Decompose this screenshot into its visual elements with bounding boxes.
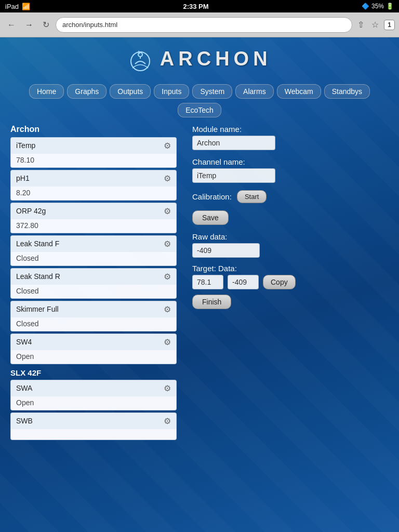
status-bar-time: 2:33 PM (183, 3, 208, 10)
sensor-swb-gear[interactable]: ⚙ (164, 416, 171, 426)
sensor-orp-gear[interactable]: ⚙ (164, 206, 171, 216)
finish-button[interactable]: Finish (192, 295, 231, 309)
raw-data-input[interactable] (192, 243, 260, 258)
sensor-itemp-name: iTemp (16, 141, 35, 150)
nav-bar-secondary: EcoTech (0, 103, 399, 125)
sensor-skimmer-gear[interactable]: ⚙ (164, 304, 171, 314)
forward-button[interactable]: → (22, 18, 36, 32)
nav-bar-main: Home Graphs Outputs Inputs System Alarms… (0, 84, 399, 103)
module-name-label: Module name: (192, 125, 389, 134)
module-name-input[interactable] (192, 136, 275, 150)
tab-count[interactable]: 1 (384, 20, 395, 30)
sensor-itemp-value: 78.10 (11, 154, 176, 167)
channel-name-label: Channel name: (192, 157, 389, 166)
sensor-ph1-name: pH1 (16, 174, 30, 182)
data-input[interactable] (228, 275, 259, 289)
module-slx-title: SLX 42F (10, 368, 177, 377)
sensor-leak-f: Leak Stand F ⚙ Closed (10, 235, 177, 266)
raw-data-label: Raw data: (192, 232, 389, 241)
target-data-section: Target: Data: Copy (192, 264, 389, 289)
sensor-ph1-header: pH1 ⚙ (11, 170, 176, 187)
raw-data-section: Raw data: (192, 232, 389, 258)
sensor-swa-header: SWA ⚙ (11, 380, 176, 396)
channel-name-row: Channel name: (192, 157, 389, 183)
sensor-sw4: SW4 ⚙ Open (10, 334, 177, 364)
sensor-leak-r-header: Leak Stand R ⚙ (11, 269, 176, 285)
reload-button[interactable]: ↻ (39, 18, 52, 32)
sensor-ph1-gear[interactable]: ⚙ (164, 174, 171, 183)
sensor-sw4-header: SW4 ⚙ (11, 334, 176, 350)
sensor-orp-header: ORP 42g ⚙ (11, 203, 176, 219)
status-bar-right: 🔷 35% 🔋 (362, 3, 394, 10)
sensor-sw4-value: Open (11, 350, 176, 364)
battery-label: 35% (371, 3, 384, 10)
nav-outputs[interactable]: Outputs (110, 84, 151, 99)
sensor-swb-value (11, 429, 176, 440)
sensor-swb-header: SWB ⚙ (11, 413, 176, 429)
sensor-skimmer-value: Closed (11, 317, 176, 331)
nav-home[interactable]: Home (29, 84, 64, 99)
logo-text: ARCHON (160, 48, 272, 70)
nav-alarms[interactable]: Alarms (235, 84, 274, 99)
sensor-swa-gear[interactable]: ⚙ (164, 383, 171, 393)
target-data-label: Target: Data: (192, 264, 389, 273)
nav-system[interactable]: System (192, 84, 232, 99)
address-bar[interactable] (56, 17, 352, 33)
battery-icon: 🔋 (386, 3, 394, 10)
sensor-leak-f-name: Leak Stand F (16, 240, 59, 248)
sensor-swa-value: Open (11, 396, 176, 410)
nav-ecotech[interactable]: EcoTech (178, 103, 221, 117)
browser-chrome: ← → ↻ ⇧ ☆ 1 (0, 12, 399, 37)
share-button[interactable]: ⇧ (355, 18, 366, 32)
sensor-itemp-gear[interactable]: ⚙ (164, 141, 171, 151)
sensor-ph1-value: 8.20 (11, 187, 176, 200)
status-bar: iPad 📶 2:33 PM 🔷 35% 🔋 (0, 0, 399, 12)
main-content: Archon iTemp ⚙ 78.10 pH1 ⚙ 8.20 (0, 125, 399, 442)
sensor-leak-f-header: Leak Stand F ⚙ (11, 236, 176, 252)
copy-button[interactable]: Copy (263, 275, 296, 289)
sensor-itemp: iTemp ⚙ 78.10 (10, 137, 177, 168)
target-data-row: Copy (192, 275, 389, 289)
start-button[interactable]: Start (237, 190, 267, 203)
back-button[interactable]: ← (4, 18, 19, 32)
sensor-leak-r-gear[interactable]: ⚙ (164, 272, 171, 282)
sensor-leak-r-name: Leak Stand R (16, 272, 60, 281)
sensor-swb-name: SWB (16, 417, 33, 425)
sensor-swa: SWA ⚙ Open (10, 380, 177, 410)
bookmark-button[interactable]: ☆ (369, 18, 381, 32)
logo-icon (127, 48, 153, 74)
channel-name-input[interactable] (192, 168, 275, 183)
nav-standbys[interactable]: Standbys (324, 84, 370, 99)
sensor-skimmer-header: Skimmer Full ⚙ (11, 301, 176, 317)
sensor-swa-name: SWA (16, 384, 32, 392)
nav-inputs[interactable]: Inputs (154, 84, 189, 99)
sensor-sw4-name: SW4 (16, 338, 32, 346)
sensor-leak-r-value: Closed (11, 285, 176, 298)
carrier-label: iPad (5, 3, 19, 10)
target-input[interactable] (192, 275, 223, 289)
sensor-leak-f-value: Closed (11, 252, 176, 265)
left-panel: Archon iTemp ⚙ 78.10 pH1 ⚙ 8.20 (10, 125, 177, 442)
bluetooth-icon: 🔷 (362, 3, 369, 10)
right-panel: Module name: Channel name: Calibration: … (177, 125, 389, 442)
sensor-leak-f-gear[interactable]: ⚙ (164, 239, 171, 249)
sensor-swb: SWB ⚙ (10, 413, 177, 440)
sensor-orp: ORP 42g ⚙ 372.80 (10, 203, 177, 233)
calibration-label: Calibration: (192, 192, 232, 201)
module-archon-title: Archon (10, 125, 177, 134)
app-container: ARCHON Home Graphs Outputs Inputs System… (0, 37, 399, 532)
sensor-sw4-gear[interactable]: ⚙ (164, 337, 171, 347)
status-bar-left: iPad 📶 (5, 3, 30, 10)
nav-webcam[interactable]: Webcam (277, 84, 321, 99)
sensor-ph1: pH1 ⚙ 8.20 (10, 170, 177, 201)
calibration-row: Calibration: Start (192, 190, 389, 203)
sensor-skimmer: Skimmer Full ⚙ Closed (10, 301, 177, 331)
nav-graphs[interactable]: Graphs (67, 84, 107, 99)
wifi-icon: 📶 (22, 3, 30, 10)
save-button[interactable]: Save (192, 210, 229, 225)
sensor-orp-name: ORP 42g (16, 207, 46, 215)
sensor-leak-r: Leak Stand R ⚙ Closed (10, 268, 177, 299)
module-name-row: Module name: (192, 125, 389, 150)
sensor-orp-value: 372.80 (11, 219, 176, 233)
sensor-itemp-header: iTemp ⚙ (11, 138, 176, 154)
